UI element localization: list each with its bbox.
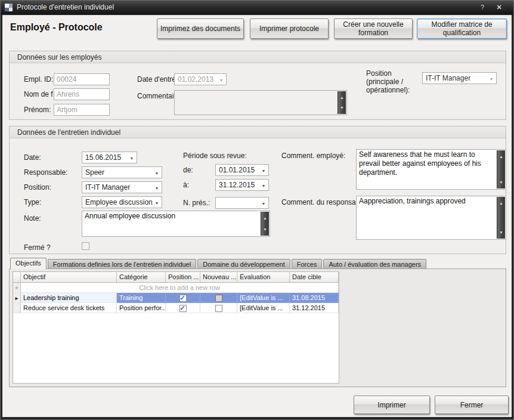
type-label: Type:: [24, 198, 41, 206]
responsible-combo[interactable]: Speer: [82, 166, 162, 178]
first-name-label: Prénom:: [24, 106, 51, 114]
comment-responsible-value: Aappreciation, trainings approved: [359, 197, 466, 205]
tab-forces[interactable]: Forces: [292, 259, 323, 269]
position-checkbox[interactable]: [179, 295, 187, 302]
scrollbar[interactable]: [337, 91, 346, 114]
new-row-icon: [13, 283, 21, 293]
dropdown-arrow-icon: [260, 166, 267, 174]
comment-employee-label: Comment. employé:: [281, 152, 345, 160]
employee-group-title: Données sur les employés: [10, 51, 506, 63]
cell-evaluation[interactable]: [EditValue is ...: [237, 303, 290, 313]
position-checkbox[interactable]: [179, 305, 187, 312]
note-textarea[interactable]: Annual employee discussion: [82, 211, 270, 237]
column-header-evaluation[interactable]: Évaluation: [237, 272, 290, 283]
attendees-combo[interactable]: [215, 197, 269, 209]
cell-categorie[interactable]: Position perfor...: [117, 303, 166, 313]
title-bar: Protocole d'entretien individuel ? ✕: [1, 1, 513, 15]
note-label: Note:: [24, 214, 41, 223]
header-indicator-cell: [13, 272, 21, 283]
interview-data-group: Données de l'entretien individuel Date: …: [9, 126, 506, 254]
main-position-label: Position (principale / opérationnel):: [366, 69, 426, 94]
closed-label: Fermé ?: [24, 243, 51, 252]
tab-domaine-developpement[interactable]: Domaine du développement: [197, 259, 290, 269]
entry-date-combo[interactable]: 01.02.2013: [174, 73, 227, 85]
dropdown-arrow-icon: [153, 183, 160, 192]
period-from-combo[interactable]: 01.01.2015: [215, 164, 269, 176]
scrollbar[interactable]: [261, 212, 269, 236]
column-header-objectif[interactable]: Objectif: [21, 272, 117, 283]
dropdown-arrow-icon: [260, 181, 267, 189]
nouveau-checkbox[interactable]: [215, 295, 222, 302]
attendees-label: N. prés.:: [183, 199, 210, 207]
date-value: 15.06.2015: [85, 153, 128, 162]
column-header-position[interactable]: Position ...: [166, 272, 200, 283]
main-position-combo[interactable]: IT-IT Manager: [422, 72, 497, 84]
row-indicator-cell: [13, 303, 21, 313]
close-button[interactable]: Fermer: [435, 396, 509, 414]
comments-textarea[interactable]: [174, 90, 347, 115]
cell-evaluation[interactable]: [EditValue is ...: [237, 293, 290, 303]
column-header-date-cible[interactable]: Date cible: [290, 272, 339, 283]
tab-strip: Objectifs Formations definies lors de l'…: [10, 258, 428, 269]
period-to-combo[interactable]: 31.12.2015: [215, 179, 269, 191]
entry-date-value: 01.02.2013: [178, 75, 218, 84]
new-row-hint[interactable]: Click here to add a new row: [21, 283, 339, 293]
comment-employee-textarea[interactable]: Self awareness that he must learn to pre…: [356, 149, 506, 190]
first-name-field[interactable]: [54, 104, 110, 116]
window-title: Protocole d'entretien individuel: [17, 3, 114, 11]
new-row[interactable]: Click here to add a new row: [13, 283, 339, 293]
type-combo[interactable]: Employee discussion: [82, 196, 162, 208]
period-to-label: à:: [183, 181, 189, 189]
cell-date-cible[interactable]: 31.08.2015: [290, 293, 339, 303]
position-value: IT-IT Manager: [85, 183, 153, 192]
print-button[interactable]: Imprimer: [354, 396, 430, 414]
scrollbar[interactable]: [497, 150, 505, 189]
column-header-categorie[interactable]: Catégorie: [117, 272, 166, 283]
nouveau-checkbox[interactable]: [215, 305, 222, 312]
comment-employee-value: Self awareness that he must learn to pre…: [359, 150, 481, 177]
edit-qualification-matrix-button[interactable]: Modifier matrice de qualification: [417, 18, 507, 39]
position-combo[interactable]: IT-IT Manager: [82, 181, 162, 193]
create-training-button[interactable]: Créer une nouvelle formation: [334, 18, 413, 39]
comment-responsible-textarea[interactable]: Aappreciation, trainings approved: [356, 196, 506, 240]
cell-nouveau[interactable]: [200, 293, 237, 303]
interview-group-title: Données de l'entretien individuel: [10, 126, 506, 138]
last-name-field[interactable]: [54, 88, 110, 100]
cell-position[interactable]: [166, 293, 200, 303]
review-period-label: Période sous revue:: [183, 152, 247, 160]
current-row-indicator-icon: [13, 293, 21, 303]
cell-objectif[interactable]: Reduce service desk tickets: [21, 303, 117, 313]
period-to-value: 31.12.2015: [219, 181, 260, 189]
dropdown-arrow-icon: [260, 199, 267, 207]
empl-id-field[interactable]: [54, 73, 110, 85]
dropdown-arrow-icon: [153, 168, 160, 177]
page-title: Employé - Protocole: [10, 22, 103, 33]
cell-nouveau[interactable]: [200, 303, 237, 313]
column-header-nouveau[interactable]: Nouveau ...: [200, 272, 237, 283]
print-documents-button[interactable]: Imprimez des documents: [157, 18, 244, 39]
date-label: Date:: [24, 153, 41, 162]
tab-auto-evaluation[interactable]: Auto / évaluation des managers: [323, 259, 426, 269]
tab-objectifs[interactable]: Objectifs: [10, 258, 47, 269]
close-icon[interactable]: ✕: [493, 2, 505, 13]
cell-position[interactable]: [166, 303, 200, 313]
empl-id-label: Empl. ID:: [24, 75, 53, 84]
note-value: Annual employee discussion: [85, 212, 175, 220]
cell-objectif[interactable]: Leadership training: [21, 293, 117, 303]
help-icon[interactable]: ?: [476, 2, 488, 13]
scrollbar[interactable]: [497, 197, 505, 239]
cell-date-cible[interactable]: 31.12.2015: [290, 303, 339, 313]
print-protocol-button[interactable]: Imprimer protocole: [250, 18, 329, 39]
app-icon: [5, 4, 13, 11]
responsible-label: Responsable:: [24, 168, 67, 177]
table-row[interactable]: Reduce service desk tickets Position per…: [13, 303, 339, 313]
main-position-value: IT-IT Manager: [426, 74, 488, 82]
cell-categorie[interactable]: Training: [117, 293, 166, 303]
responsible-value: Speer: [85, 168, 153, 177]
table-row[interactable]: Leadership training Training [EditValue …: [13, 293, 339, 303]
tab-formations[interactable]: Formations definies lors de l'entretien …: [48, 259, 196, 269]
date-combo[interactable]: 15.06.2015: [82, 152, 137, 163]
closed-checkbox[interactable]: [82, 242, 89, 250]
period-from-label: de:: [183, 166, 193, 174]
dropdown-arrow-icon: [128, 153, 135, 162]
